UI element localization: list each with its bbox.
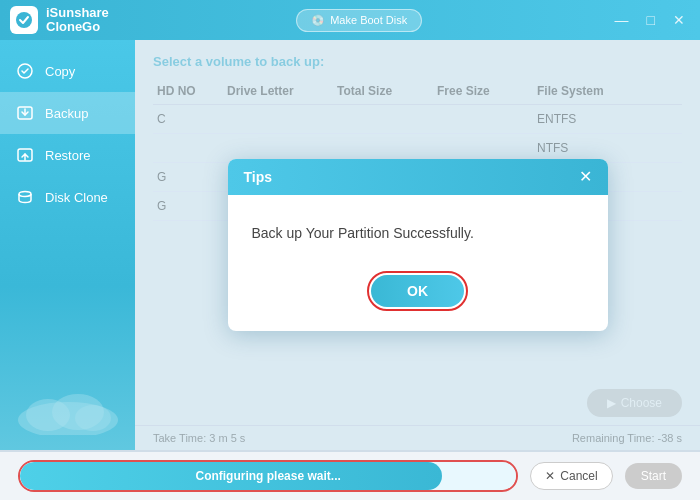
disk-icon: 💿 [311,14,325,27]
action-bar: Configuring please wait... ✕ Cancel Star… [0,450,700,500]
svg-point-10 [75,405,111,431]
sidebar-bottom-decoration [0,218,135,450]
ok-button[interactable]: OK [371,275,464,307]
progress-label: Configuring please wait... [195,469,340,483]
modal-body: Back up Your Partition Successfully. [228,195,608,261]
maximize-button[interactable]: □ [642,10,660,30]
sidebar-item-restore[interactable]: Restore [0,134,135,176]
svg-point-6 [19,192,31,197]
sidebar: Copy Backup [0,40,135,450]
cancel-icon: ✕ [545,469,555,483]
ok-button-wrapper: OK [367,271,468,311]
minimize-button[interactable]: — [610,10,634,30]
disk-clone-icon [15,187,35,207]
title-bar-center: 💿 Make Boot Disk [109,9,610,32]
close-button[interactable]: ✕ [668,10,690,30]
tips-dialog: Tips ✕ Back up Your Partition Successful… [228,159,608,331]
title-bar-right: — □ ✕ [610,10,690,30]
modal-message: Back up Your Partition Successfully. [252,225,474,241]
modal-title: Tips [244,169,273,185]
cancel-button[interactable]: ✕ Cancel [530,462,612,490]
backup-icon [15,103,35,123]
modal-footer: OK [228,261,608,331]
modal-overlay: Tips ✕ Back up Your Partition Successful… [135,40,700,450]
sidebar-item-backup[interactable]: Backup [0,92,135,134]
main-layout: Copy Backup [0,40,700,450]
modal-header: Tips ✕ [228,159,608,195]
modal-close-button[interactable]: ✕ [579,169,592,185]
app-logo [10,6,38,34]
title-bar: iSunshare CloneGo 💿 Make Boot Disk — □ ✕ [0,0,700,40]
start-button[interactable]: Start [625,463,682,489]
sidebar-item-disk-clone[interactable]: Disk Clone [0,176,135,218]
app-window: iSunshare CloneGo 💿 Make Boot Disk — □ ✕ [0,0,700,500]
title-bar-left: iSunshare CloneGo [10,6,109,35]
restore-icon [15,145,35,165]
svg-point-0 [16,12,32,28]
content-area: Select a volume to back up: HD NO Drive … [135,40,700,450]
sidebar-item-copy[interactable]: Copy [0,50,135,92]
make-boot-disk-button[interactable]: 💿 Make Boot Disk [296,9,422,32]
progress-bar-wrapper: Configuring please wait... [18,460,518,492]
app-title: iSunshare CloneGo [46,6,109,35]
copy-icon [15,61,35,81]
